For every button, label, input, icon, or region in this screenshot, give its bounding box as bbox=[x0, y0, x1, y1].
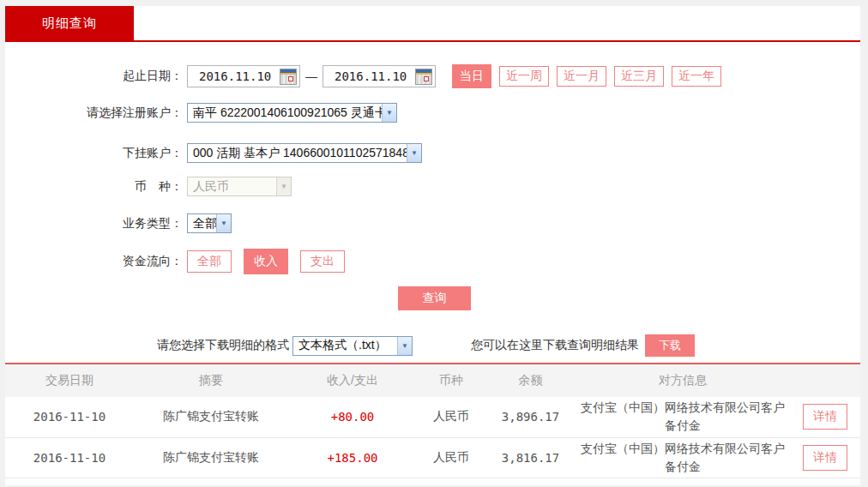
register-account-select[interactable]: 南平 6222001406100921065 灵通卡 ▼ bbox=[187, 103, 397, 123]
query-form-panel: 起止日期： — 当日 近一周 近一月 近三月 近一年 请选择注册账户： bbox=[5, 42, 860, 485]
fund-flow-row: 资金流向： 全部 收入 支出 bbox=[5, 249, 860, 274]
query-button[interactable]: 查询 bbox=[398, 286, 471, 310]
detail-button[interactable]: 详情 bbox=[803, 445, 847, 471]
header-date: 交易日期 bbox=[5, 364, 134, 397]
currency-value: 人民币 bbox=[188, 179, 234, 195]
quick-range-today-button[interactable]: 当日 bbox=[452, 64, 491, 88]
cell-currency: 人民币 bbox=[417, 397, 485, 437]
quick-range-year-button[interactable]: 近一年 bbox=[672, 66, 721, 87]
transactions-table: 交易日期 摘要 收入/支出 币种 余额 对方信息 2016-11-10 陈广锦支… bbox=[5, 364, 860, 478]
currency-row: 币 种： 人民币 ▼ bbox=[5, 177, 860, 196]
sub-account-label: 下挂账户： bbox=[5, 146, 183, 161]
header-detail bbox=[790, 364, 860, 397]
currency-label: 币 种： bbox=[5, 179, 183, 195]
register-account-row: 请选择注册账户： 南平 6222001406100921065 灵通卡 ▼ bbox=[5, 103, 860, 123]
quick-range-month-button[interactable]: 近一月 bbox=[557, 66, 606, 87]
sub-account-row: 下挂账户： 000 活期 基本户 1406600101102571848 ▼ bbox=[5, 143, 860, 163]
chevron-down-icon[interactable]: ▼ bbox=[407, 144, 421, 162]
date-range-row: 起止日期： — 当日 近一周 近一月 近三月 近一年 bbox=[5, 64, 860, 88]
chevron-down-icon: ▼ bbox=[276, 177, 291, 195]
quick-range-week-button[interactable]: 近一周 bbox=[499, 66, 549, 87]
download-format-value: 文本格式（.txt） bbox=[293, 338, 392, 353]
header-amount: 收入/支出 bbox=[288, 364, 417, 397]
cell-balance: 3,896.17 bbox=[485, 397, 576, 437]
download-row: 请您选择下载明细的格式 文本格式（.txt） ▼ 您可以在这里下载查询明细结果 … bbox=[5, 334, 860, 357]
detail-button[interactable]: 详情 bbox=[803, 404, 847, 430]
tab-bar: 明细查询 bbox=[5, 6, 860, 40]
fund-flow-expense-button[interactable]: 支出 bbox=[300, 250, 345, 273]
end-date-field[interactable] bbox=[322, 65, 436, 87]
quick-range-buttons: 当日 近一周 近一月 近三月 近一年 bbox=[444, 64, 721, 88]
calendar-icon[interactable] bbox=[280, 69, 297, 85]
business-type-label: 业务类型： bbox=[5, 216, 183, 231]
sub-account-select[interactable]: 000 活期 基本户 1406600101102571848 ▼ bbox=[187, 143, 422, 163]
cell-date: 2016-11-10 bbox=[5, 437, 134, 478]
cell-counterparty: 支付宝（中国）网络技术有限公司客户备付金 bbox=[576, 437, 790, 478]
register-account-label: 请选择注册账户： bbox=[5, 105, 183, 121]
cell-amount: +80.00 bbox=[288, 397, 417, 437]
register-account-value: 南平 6222001406100921065 灵通卡 bbox=[188, 105, 382, 121]
end-date-input[interactable] bbox=[323, 69, 409, 83]
cell-currency: 人民币 bbox=[417, 437, 485, 478]
sub-account-value: 000 活期 基本户 1406600101102571848 bbox=[188, 146, 407, 161]
quick-range-3months-button[interactable]: 近三月 bbox=[614, 66, 664, 87]
download-hint: 您可以在这里下载查询明细结果 bbox=[471, 338, 639, 353]
start-date-field[interactable] bbox=[187, 65, 300, 87]
business-type-row: 业务类型： 全部 ▼ bbox=[5, 213, 860, 233]
header-balance: 余额 bbox=[485, 364, 576, 397]
fund-flow-all-button[interactable]: 全部 bbox=[187, 250, 232, 273]
start-date-input[interactable] bbox=[188, 69, 274, 83]
table-row: 2016-11-10 陈广锦支付宝转账 +80.00 人民币 3,896.17 … bbox=[5, 397, 860, 437]
table-header-row: 交易日期 摘要 收入/支出 币种 余额 对方信息 bbox=[5, 364, 860, 397]
chevron-down-icon[interactable]: ▼ bbox=[397, 337, 412, 355]
date-range-separator: — bbox=[305, 69, 317, 83]
cell-summary: 陈广锦支付宝转账 bbox=[134, 397, 288, 437]
cell-counterparty: 支付宝（中国）网络技术有限公司客户备付金 bbox=[576, 397, 790, 437]
query-button-row: 查询 bbox=[5, 286, 860, 310]
tab-detail-query[interactable]: 明细查询 bbox=[5, 6, 134, 40]
chevron-down-icon[interactable]: ▼ bbox=[216, 214, 231, 232]
fund-flow-label: 资金流向： bbox=[5, 254, 183, 269]
header-counterparty: 对方信息 bbox=[576, 364, 790, 397]
header-summary: 摘要 bbox=[134, 364, 288, 397]
header-currency: 币种 bbox=[417, 364, 485, 397]
fund-flow-income-button[interactable]: 收入 bbox=[244, 249, 288, 274]
download-format-label: 请您选择下载明细的格式 bbox=[157, 338, 289, 353]
business-type-select[interactable]: 全部 ▼ bbox=[187, 213, 232, 233]
download-button[interactable]: 下载 bbox=[645, 334, 695, 357]
download-format-select[interactable]: 文本格式（.txt） ▼ bbox=[292, 336, 413, 356]
table-row: 2016-11-10 陈广锦支付宝转账 +185.00 人民币 3,816.17… bbox=[5, 437, 860, 478]
cell-summary: 陈广锦支付宝转账 bbox=[134, 437, 288, 478]
currency-select: 人民币 ▼ bbox=[187, 177, 292, 196]
business-type-value: 全部 bbox=[188, 216, 216, 231]
cell-amount: +185.00 bbox=[288, 437, 417, 478]
table-header: 交易日期 摘要 收入/支出 币种 余额 对方信息 bbox=[5, 364, 860, 397]
cell-balance: 3,816.17 bbox=[485, 437, 576, 478]
date-range-label: 起止日期： bbox=[5, 69, 183, 84]
calendar-icon[interactable] bbox=[415, 69, 432, 85]
chevron-down-icon[interactable]: ▼ bbox=[382, 104, 396, 122]
cell-date: 2016-11-10 bbox=[5, 397, 134, 437]
